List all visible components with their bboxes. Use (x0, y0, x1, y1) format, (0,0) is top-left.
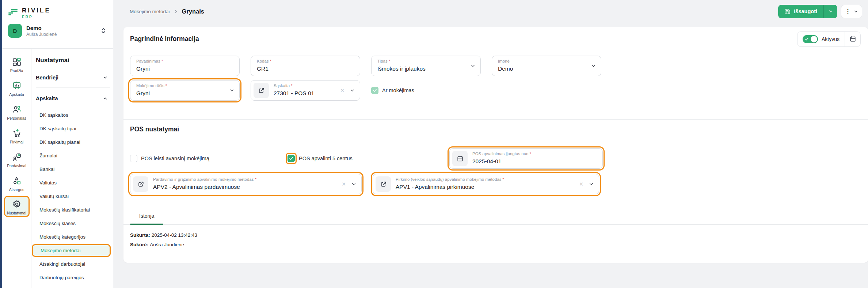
clear-icon[interactable]: ✕ (342, 181, 346, 187)
rail-item-apskaita[interactable]: Apskaita (3, 77, 30, 99)
external-link-icon[interactable] (254, 83, 269, 98)
menu-item-dk-saskaitu-planai[interactable]: DK sąskaitų planai (36, 135, 110, 149)
form-card: Pagrindinė informacija Aktyvus Pava (123, 27, 868, 263)
toggle-knob (811, 36, 817, 42)
rail-item-nustatymai[interactable]: Nustatymai (4, 196, 30, 217)
menu-item-mokejimo-metodai[interactable]: Mokėjimo metodai (32, 244, 111, 257)
chevron-down-icon (350, 88, 355, 93)
chevron-up-icon (103, 96, 108, 101)
main-area: Mokėjimo metodai Grynais Išsaugoti ⋮ Pag… (113, 0, 868, 288)
clear-icon[interactable]: ✕ (340, 87, 344, 93)
app-logo[interactable]: RIVILE ERP (8, 5, 108, 20)
calendar-icon[interactable] (452, 151, 468, 166)
sidebar: RIVILE ERP D Demo Aušra Juodienė Pradžia (2, 0, 113, 288)
external-link-icon[interactable] (133, 176, 148, 192)
save-options-button[interactable] (823, 5, 837, 18)
is-payment-checkbox[interactable]: Ar mokėjimas (371, 87, 414, 94)
kebab-icon: ⋮ (845, 8, 851, 14)
chevron-down-icon (828, 9, 833, 14)
account-lookup[interactable]: Sąskaita* 27301 - POS 01 ✕ (251, 80, 360, 101)
active-toggle[interactable] (803, 35, 818, 43)
module-rail: Pradžia Apskaita Personalas Pirkimai Par… (2, 49, 31, 288)
checkbox-checked-icon (288, 155, 295, 162)
pos-round-checkbox[interactable]: POS apvalinti 5 centus (286, 153, 353, 164)
menu-item-mokesciu-klases[interactable]: Mokesčių klasės (36, 217, 110, 230)
checkbox-unchecked (130, 155, 137, 162)
pos-advance-checkbox[interactable]: POS leisti avansinį mokėjimą (130, 155, 209, 162)
user-name: Aušra Juodienė (26, 32, 57, 37)
purchase-rounding-method-lookup[interactable]: Pirkimo (veiklos sąnaudų) apvalinimo mok… (373, 174, 599, 194)
company-name: Demo (26, 25, 57, 31)
chevron-down-icon (229, 88, 235, 93)
page-title: Grynais (182, 8, 204, 15)
company-select[interactable]: Įmonė Demo (492, 56, 601, 76)
rail-item-pradzia[interactable]: Pradžia (3, 53, 30, 75)
rail-item-pardavimai[interactable]: Pardavimai (3, 148, 30, 170)
menu-item-valiutos[interactable]: Valiutos (36, 176, 110, 190)
group-apskaita[interactable]: Apskaita (36, 91, 110, 105)
group-bendrieji[interactable]: Bendrieji (36, 71, 110, 85)
highlight-box: Pirkimo (veiklos sąnaudų) apvalinimo mok… (371, 172, 601, 196)
menu-item-dk-saskaitu-tipai[interactable]: DK sąskaitų tipai (36, 122, 110, 135)
tab-bar: Istorija (123, 207, 868, 225)
breadcrumb-parent[interactable]: Mokėjimo metodai (130, 9, 170, 14)
company-switcher[interactable]: D Demo Aušra Juodienė (8, 24, 108, 38)
section-main-title: Pagrindinė informacija (130, 35, 199, 43)
rail-item-personalas[interactable]: Personalas (3, 101, 30, 123)
brand-suffix: ERP (22, 15, 51, 19)
rail-item-atsargos[interactable]: Atsargos (3, 172, 30, 194)
check-icon (805, 37, 809, 41)
accounting-icon (12, 81, 22, 90)
menu-item-atsakingi-darbuotojai[interactable]: Atsakingi darbuotojai (36, 257, 110, 271)
active-toggle-label: Aktyvus (822, 36, 840, 42)
menu-item-mokesciu-klasifikatoriai[interactable]: Mokesčių klasifikatoriai (36, 203, 110, 217)
sales-rounding-method-lookup[interactable]: Pardavimo ir grąžinimo apvalinimo mokėji… (130, 174, 362, 194)
created-row: Sukurta:2025-04-02 13:42:43 (130, 232, 861, 238)
save-split-button: Išsaugoti (778, 5, 837, 18)
highlight-box: Pardavimo ir grąžinimo apvalinimo mokėji… (128, 172, 363, 196)
more-actions-button[interactable]: ⋮ (841, 5, 862, 18)
menu-item-zurnalai[interactable]: Žurnalai (36, 149, 110, 162)
divider (36, 87, 110, 88)
menu-item-valiutu-kursai[interactable]: Valiutų kursai (36, 190, 110, 203)
chevron-down-icon (103, 75, 108, 80)
sort-chevrons-icon (100, 27, 106, 34)
dashboard-icon (12, 57, 22, 67)
rail-item-pirkimai[interactable]: Pirkimai (3, 124, 30, 146)
chevron-down-icon (591, 63, 596, 69)
settings-menu: Nustatymai Bendrieji Apskaita DK sąskait… (31, 49, 113, 288)
payment-kind-select[interactable]: Mokėjimo rūšis* Gryni (130, 80, 240, 101)
avatar: D (8, 24, 22, 38)
section-main-body: Pavadinimas* Gryni Kodas* GR1 Tipas* Išm… (123, 51, 868, 119)
people-icon (12, 105, 22, 114)
logo-icon (8, 8, 18, 17)
calendar-icon (849, 35, 856, 42)
chevron-right-icon (174, 9, 178, 14)
tab-istorija[interactable]: Istorija (130, 207, 163, 224)
external-link-icon[interactable] (376, 176, 391, 192)
menu-title: Nustatymai (36, 57, 110, 64)
name-field[interactable]: Pavadinimas* Gryni (130, 56, 240, 76)
type-select[interactable]: Tipas* Išmokos ir įplaukos (371, 56, 481, 76)
menu-item-darbuotoju-pareigos[interactable]: Darbuotojų pareigos (36, 271, 110, 284)
section-main-header: Pagrindinė informacija Aktyvus (123, 27, 868, 51)
highlight-box (286, 153, 297, 164)
chevron-down-icon (470, 63, 476, 69)
chevron-down-icon (351, 182, 357, 187)
brand-name: RIVILE (22, 7, 51, 14)
highlight-box: POS apvalinimas įjungtas nuo* 2025-04-01 (448, 146, 605, 171)
code-field[interactable]: Kodas* GR1 (251, 56, 360, 76)
clear-icon[interactable]: ✕ (579, 181, 583, 187)
active-period-button[interactable] (845, 32, 860, 46)
menu-item-mokesciu-kategorijos[interactable]: Mokesčių kategorijos (36, 230, 110, 244)
menu-item-bankai[interactable]: Bankai (36, 162, 110, 176)
breadcrumb: Mokėjimo metodai Grynais (130, 8, 204, 15)
sidebar-header: RIVILE ERP D Demo Aušra Juodienė (2, 0, 113, 49)
inventory-icon (12, 176, 22, 186)
highlight-box: Mokėjimo rūšis* Gryni (128, 78, 241, 102)
menu-item-dk-saskaitos[interactable]: DK sąskaitos (36, 108, 110, 122)
pos-round-date-field[interactable]: POS apvalinimas įjungtas nuo* 2025-04-01 (449, 148, 603, 169)
gear-icon (12, 199, 22, 209)
save-icon (784, 8, 791, 15)
save-button[interactable]: Išsaugoti (778, 5, 823, 18)
